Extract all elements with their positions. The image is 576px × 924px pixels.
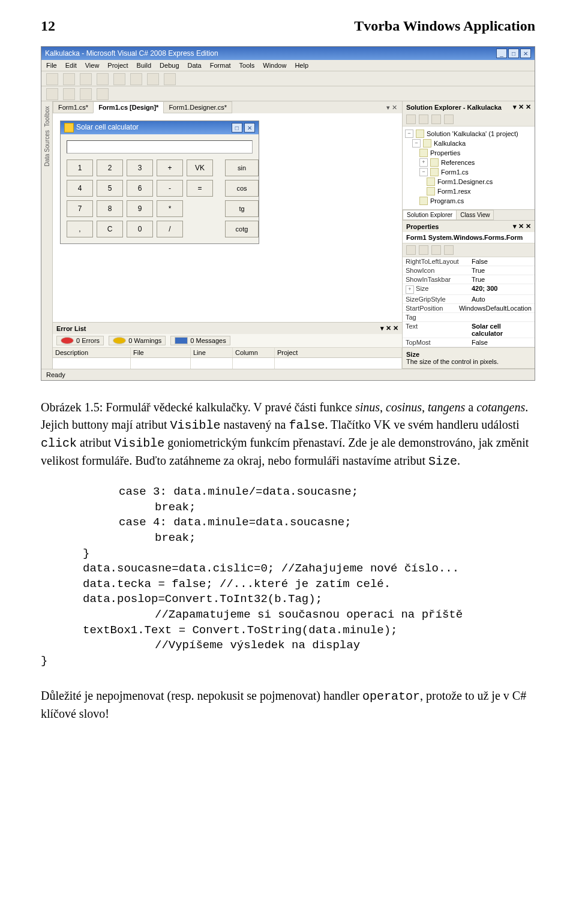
menu-data[interactable]: Data	[188, 62, 202, 69]
calc-key[interactable]: =	[187, 180, 213, 197]
maximize-icon[interactable]: □	[508, 49, 519, 58]
calc-key[interactable]: C	[97, 221, 123, 237]
se-tool-icon[interactable]	[419, 115, 428, 124]
property-row[interactable]: ShowIconTrue	[403, 266, 535, 275]
doc-tab[interactable]: Form1.Designer.cs*	[163, 101, 232, 113]
doc-tabs[interactable]: Form1.cs*Form1.cs [Design]*Form1.Designe…	[53, 101, 402, 113]
tree-node[interactable]: −Solution 'Kalkulacka' (1 project)	[405, 129, 532, 139]
tree-node[interactable]: Program.cs	[405, 196, 532, 206]
toolbar-button[interactable]	[46, 88, 58, 100]
tree-node[interactable]: Properties	[405, 148, 532, 158]
calc-key[interactable]: 0	[127, 221, 153, 237]
solution-tree[interactable]: −Solution 'Kalkulacka' (1 project)−Kalku…	[403, 127, 535, 209]
toolbar-button[interactable]	[147, 73, 159, 85]
error-col-header[interactable]: Project	[275, 348, 402, 357]
property-row[interactable]: Tag	[403, 313, 535, 322]
error-list-close[interactable]: ▾ ✕ ✕	[380, 324, 398, 332]
solution-explorer-tabs[interactable]: Solution ExplorerClass View	[403, 209, 535, 220]
menu-build[interactable]: Build	[137, 62, 151, 69]
error-col-header[interactable]: Column	[233, 348, 275, 357]
props-tool-icon[interactable]	[419, 245, 428, 255]
menu-edit[interactable]: Edit	[65, 62, 77, 69]
calc-key[interactable]: 8	[97, 200, 123, 217]
toolbar-button[interactable]	[80, 88, 92, 100]
calculator-display[interactable]	[67, 140, 253, 154]
error-list-filters[interactable]: 0 Errors0 Warnings0 Messages	[53, 334, 402, 348]
calc-key[interactable]: 4	[67, 180, 93, 197]
menu-view[interactable]: View	[85, 62, 100, 69]
error-filter[interactable]: 0 Messages	[170, 336, 230, 345]
calculator-maximize-icon[interactable]: □	[232, 123, 242, 133]
designer-canvas[interactable]: Solar cell calculator □ ✕ 123+VKsin456-=…	[53, 113, 402, 322]
error-col-header[interactable]: Line	[191, 348, 233, 357]
property-row[interactable]: TopMostFalse	[403, 338, 535, 347]
property-row[interactable]: ShowInTaskbarTrue	[403, 275, 535, 284]
calc-key[interactable]: ,	[67, 221, 93, 237]
props-tool-icon[interactable]	[431, 245, 441, 255]
calculator-close-icon[interactable]: ✕	[244, 123, 255, 133]
calc-key[interactable]: tg	[225, 200, 259, 217]
menu-window[interactable]: Window	[263, 62, 286, 69]
calc-key[interactable]: *	[157, 200, 183, 217]
doc-tab[interactable]: Form1.cs [Design]*	[93, 101, 164, 113]
menu-tools[interactable]: Tools	[239, 62, 255, 69]
calc-key[interactable]: cotg	[225, 221, 259, 237]
se-tab[interactable]: Class View	[456, 210, 494, 220]
error-filter[interactable]: 0 Warnings	[109, 336, 166, 345]
menu-file[interactable]: File	[46, 62, 57, 69]
property-row[interactable]: + Size420; 300	[403, 284, 535, 295]
property-row[interactable]: StartPositionWindowsDefaultLocation	[403, 304, 535, 313]
calc-key[interactable]: 5	[97, 180, 123, 197]
se-tool-icon[interactable]	[444, 115, 454, 124]
toolbar-button[interactable]	[63, 88, 75, 100]
se-tool-icon[interactable]	[406, 115, 416, 124]
property-row[interactable]: TextSolar cell calculator	[403, 322, 535, 338]
close-icon[interactable]: ✕	[520, 49, 531, 58]
menu-project[interactable]: Project	[107, 62, 128, 69]
toolbar-button[interactable]	[97, 73, 109, 85]
se-tab[interactable]: Solution Explorer	[403, 210, 457, 220]
calc-key[interactable]: 3	[127, 159, 153, 176]
calc-key[interactable]: /	[157, 221, 183, 237]
calc-key[interactable]: 7	[67, 200, 93, 217]
calc-key[interactable]: 2	[97, 159, 123, 176]
toolbar2[interactable]	[41, 86, 535, 101]
calculator-window[interactable]: Solar cell calculator □ ✕ 123+VKsin456-=…	[60, 121, 259, 244]
calculator-titlebar[interactable]: Solar cell calculator □ ✕	[61, 121, 259, 134]
calc-key[interactable]: 9	[127, 200, 153, 217]
vtab-data-sources[interactable]: Data Sources	[44, 130, 50, 167]
toolbar-button[interactable]	[80, 73, 92, 85]
ide-titlebar[interactable]: Kalkulacka - Microsoft Visual C# 2008 Ex…	[41, 47, 535, 60]
menu-bar[interactable]: FileEditViewProjectBuildDebugDataFormatT…	[41, 60, 535, 71]
properties-object[interactable]: Form1 System.Windows.Forms.Form	[403, 232, 535, 243]
calc-key[interactable]: +	[157, 159, 183, 176]
toolbar-button[interactable]	[164, 73, 176, 85]
props-tool-icon[interactable]	[406, 245, 416, 255]
tree-node[interactable]: −Kalkulacka	[405, 139, 532, 148]
properties-close[interactable]: ▾ ✕ ✕	[513, 222, 531, 230]
menu-format[interactable]: Format	[210, 62, 231, 69]
calc-key[interactable]: 1	[67, 159, 93, 176]
toolbar[interactable]	[41, 71, 535, 86]
menu-help[interactable]: Help	[295, 62, 308, 69]
error-col-header[interactable]: Description	[53, 348, 131, 357]
toolbar-button[interactable]	[46, 73, 58, 85]
props-tool-icon[interactable]	[444, 245, 454, 255]
doc-tabs-controls[interactable]: ▾ ✕	[386, 104, 402, 112]
menu-debug[interactable]: Debug	[160, 62, 179, 69]
solution-explorer-toolbar[interactable]	[403, 113, 535, 127]
tree-node[interactable]: Form1.resx	[405, 186, 532, 196]
doc-tab[interactable]: Form1.cs*	[53, 101, 94, 113]
tree-node[interactable]: −Form1.cs	[405, 167, 532, 177]
solution-explorer-close[interactable]: ▾ ✕ ✕	[513, 103, 531, 111]
error-col-header[interactable]: File	[131, 348, 191, 357]
toolbar-button[interactable]	[63, 73, 75, 85]
property-row[interactable]: SizeGripStyleAuto	[403, 295, 535, 304]
toolbar-button[interactable]	[97, 88, 109, 100]
se-tool-icon[interactable]	[431, 115, 441, 124]
tree-node[interactable]: +References	[405, 158, 532, 167]
tree-node[interactable]: Form1.Designer.cs	[405, 177, 532, 186]
vtab-toolbox[interactable]: Toolbox	[44, 106, 50, 127]
toolbar-button[interactable]	[113, 73, 125, 85]
calc-key[interactable]: 6	[127, 180, 153, 197]
